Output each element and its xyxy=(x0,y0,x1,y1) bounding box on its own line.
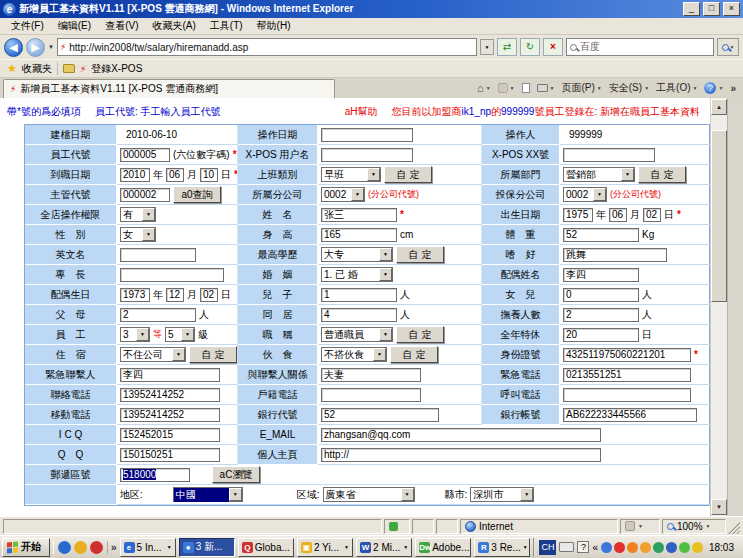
menu-item-4[interactable]: 工具(T) xyxy=(203,18,250,34)
homepage-input[interactable]: http:// xyxy=(321,448,601,462)
annual-leave-input[interactable]: 20 xyxy=(563,328,639,342)
dropdown-arrow-icon[interactable]: ▼ xyxy=(142,208,155,221)
dropdown-arrow-icon[interactable]: ▼ xyxy=(351,188,364,201)
task-group-arrow-icon[interactable]: ▼ xyxy=(403,544,408,550)
help-link[interactable]: aH幫助 xyxy=(345,105,378,119)
url-text[interactable]: http://win2008/tw/salary/hiremanadd.asp xyxy=(69,42,474,53)
custom-define-button[interactable]: 自 定 xyxy=(396,326,444,343)
hire-month-input[interactable]: 06 xyxy=(166,168,184,182)
xpos-xx-number-input[interactable] xyxy=(563,148,655,162)
page-menu-button[interactable]: 页面(P)▼ xyxy=(561,81,601,95)
dependents-input[interactable]: 2 xyxy=(563,308,639,322)
add-favorite-icon[interactable] xyxy=(63,64,75,73)
compatibility-icon[interactable]: ⇄ xyxy=(497,38,517,56)
a0-query-button[interactable]: a0查詢 xyxy=(173,186,221,203)
vertical-scrollbar[interactable]: ▲ ▼ xyxy=(710,98,727,516)
back-button[interactable]: ◀ xyxy=(4,38,23,57)
favorite-link[interactable]: 登錄X-POS xyxy=(91,62,142,76)
birth-day-input[interactable]: 02 xyxy=(643,208,661,222)
operation-date-input[interactable] xyxy=(321,128,413,142)
scrollbar-thumb[interactable] xyxy=(711,130,727,302)
dropdown-arrow-icon[interactable]: ▼ xyxy=(172,348,185,361)
dropdown-arrow-icon[interactable]: ▼ xyxy=(621,168,634,181)
insured-branch-select[interactable]: 0002▼ xyxy=(563,187,607,202)
dropdown-arrow-icon[interactable]: ▼ xyxy=(401,488,414,501)
tray-help-icon[interactable]: ? xyxy=(577,541,589,553)
branch-select[interactable]: 0002▼ xyxy=(321,187,365,202)
address-dropdown-icon[interactable]: ▼ xyxy=(480,39,494,55)
tray-app-icon-4[interactable] xyxy=(666,542,677,553)
employee-grade-select[interactable]: 3▼ xyxy=(120,327,150,342)
marriage-select[interactable]: 1. 已 婚▼ xyxy=(321,267,393,282)
tray-penguin-icon[interactable] xyxy=(627,542,638,553)
shift-select[interactable]: 早班▼ xyxy=(321,167,381,182)
taskbar-button-0[interactable]: e5 In...▼ xyxy=(120,538,176,557)
start-button[interactable]: 开始 xyxy=(2,538,50,557)
custom-define-button[interactable]: 自 定 xyxy=(189,346,237,363)
taskbar-button-6[interactable]: R3 Re...▼ xyxy=(474,538,530,557)
dropdown-arrow-icon[interactable]: ▼ xyxy=(593,188,606,201)
minimize-button[interactable]: _ xyxy=(683,2,700,16)
stop-icon[interactable]: × xyxy=(543,38,563,56)
spouse-birth-month-input[interactable]: 12 xyxy=(166,288,184,302)
province-select[interactable]: 廣東省▼ xyxy=(323,487,415,502)
history-dropdown-icon[interactable]: ▼ xyxy=(48,44,54,50)
dropdown-arrow-icon[interactable]: ▼ xyxy=(181,328,194,341)
department-select[interactable]: 營銷部▼ xyxy=(563,167,635,182)
safety-menu-button[interactable]: 安全(S)▼ xyxy=(609,81,649,95)
contact-phone-input[interactable]: 13952414252 xyxy=(120,388,220,402)
qq-input[interactable]: 150150251 xyxy=(120,448,220,462)
dropdown-arrow-icon[interactable]: ▼ xyxy=(229,488,242,501)
tray-chevron-icon[interactable]: « xyxy=(592,542,598,553)
search-box[interactable]: 百度 xyxy=(566,38,714,56)
household-phone-input[interactable] xyxy=(321,388,421,402)
store-permission-select[interactable]: 有▼ xyxy=(120,207,156,222)
emergency-phone-input[interactable]: 0213551251 xyxy=(563,368,691,382)
resize-grip[interactable] xyxy=(728,519,740,534)
height-input[interactable]: 165 xyxy=(321,228,397,242)
dropdown-arrow-icon[interactable]: ▼ xyxy=(142,228,155,241)
daughters-input[interactable]: 0 xyxy=(563,288,639,302)
menu-item-1[interactable]: 编辑(E) xyxy=(51,18,98,34)
city-select[interactable]: 深圳市▼ xyxy=(470,487,534,502)
taskbar-button-1[interactable]: ●3 新... xyxy=(179,538,235,557)
gender-select[interactable]: 女▼ xyxy=(120,227,156,242)
xpos-username-input[interactable] xyxy=(321,148,413,162)
menu-item-3[interactable]: 收藏夹(A) xyxy=(145,18,202,34)
search-placeholder[interactable]: 百度 xyxy=(580,40,710,54)
quicklaunch-overflow-icon[interactable]: » xyxy=(111,542,117,553)
mobile-phone-input[interactable]: 13952414252 xyxy=(120,408,220,422)
aC-browse-button[interactable]: aC瀏覽 xyxy=(212,466,260,483)
specialty-input[interactable] xyxy=(120,268,224,282)
dropdown-arrow-icon[interactable]: ▼ xyxy=(520,488,533,501)
tray-app-icon-3[interactable] xyxy=(653,542,664,553)
dropdown-arrow-icon[interactable]: ▼ xyxy=(379,248,392,261)
employee-level-select[interactable]: 5▼ xyxy=(165,327,195,342)
region-select[interactable]: 中國▼ xyxy=(173,487,243,502)
dropdown-arrow-icon[interactable]: ▼ xyxy=(373,348,386,361)
custom-define-button[interactable]: 自 定 xyxy=(390,346,438,363)
messenger-quicklaunch-icon[interactable] xyxy=(74,541,87,554)
task-group-arrow-icon[interactable]: ▼ xyxy=(344,544,349,550)
custom-define-button[interactable]: 自 定 xyxy=(638,166,686,183)
parents-input[interactable]: 2 xyxy=(120,308,196,322)
language-indicator[interactable]: CH xyxy=(539,540,556,555)
hire-year-input[interactable]: 2010 xyxy=(120,168,150,182)
dropdown-arrow-icon[interactable]: ▼ xyxy=(379,268,392,281)
job-title-select[interactable]: 普通職員▼ xyxy=(321,327,393,342)
protected-mode-button[interactable]: ▼ xyxy=(620,519,660,534)
refresh-icon[interactable]: ↻ xyxy=(520,38,540,56)
search-go-button[interactable]: ▼ xyxy=(717,38,739,56)
tray-shield-icon[interactable] xyxy=(692,542,703,553)
tray-update-icon[interactable] xyxy=(679,542,690,553)
taskbar-button-4[interactable]: W2 Mi...▼ xyxy=(356,538,412,557)
meal-select[interactable]: 不搭伙食▼ xyxy=(321,347,387,362)
scroll-down-icon[interactable]: ▼ xyxy=(711,499,727,515)
menu-item-0[interactable]: 文件(F) xyxy=(4,18,51,34)
dropdown-arrow-icon[interactable]: ▼ xyxy=(136,328,149,341)
keyboard-icon[interactable] xyxy=(559,542,574,552)
ie-quicklaunch-icon[interactable] xyxy=(58,541,71,554)
qq-quicklaunch-icon[interactable] xyxy=(90,541,103,554)
taskbar-button-3[interactable]: ▣2 Yi...▼ xyxy=(297,538,353,557)
bank-account-input[interactable]: AB622233445566 xyxy=(563,408,697,422)
